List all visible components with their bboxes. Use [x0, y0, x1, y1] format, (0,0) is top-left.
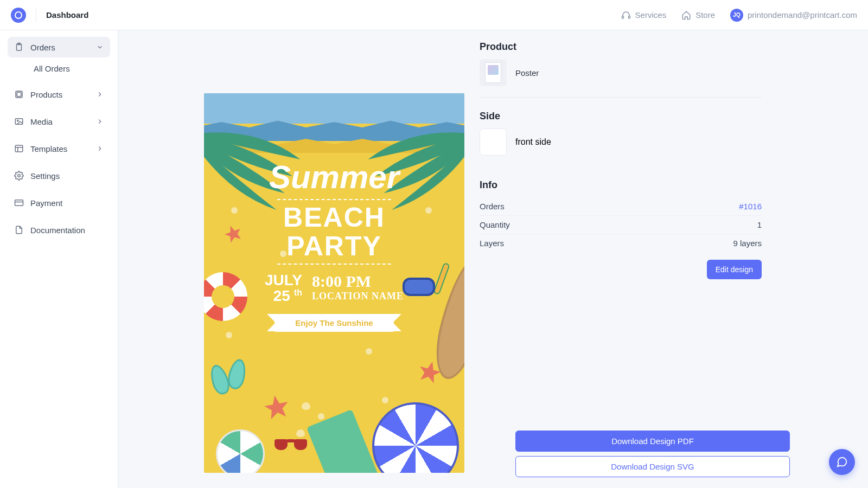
side-thumb [480, 129, 507, 156]
svg-point-7 [17, 120, 18, 121]
chat-button[interactable] [829, 449, 855, 475]
poster-beach: BEACH [204, 203, 464, 232]
sidebar-settings-label: Settings [30, 171, 60, 181]
chevron-down-icon [96, 43, 104, 51]
side-row[interactable]: front side [480, 129, 762, 166]
product-thumb [480, 59, 507, 86]
poster-day: 25 [273, 287, 290, 304]
card-icon [14, 198, 24, 208]
product-row[interactable]: Poster [480, 59, 762, 98]
sidebar: Orders All Orders Products Media Templat… [0, 30, 118, 488]
chevron-right-icon [96, 118, 104, 125]
sidebar-templates-label: Templates [30, 144, 67, 153]
info-orders-link[interactable]: #1016 [739, 202, 762, 211]
sidebar-payment-label: Payment [30, 198, 62, 208]
info-title: Info [480, 179, 762, 191]
sidebar-item-templates[interactable]: Templates [8, 138, 110, 159]
brand: Dashboard [11, 8, 88, 23]
poster-ribbon: Enjoy The Sunshine [275, 314, 394, 332]
sidebar-item-media[interactable]: Media [8, 111, 110, 132]
sidebar-documentation-label: Documentation [30, 226, 85, 235]
sidebar-item-documentation[interactable]: Documentation [8, 220, 110, 240]
svg-rect-6 [15, 119, 23, 125]
main: Summer BEACH PARTY JULY 25 th 8:00 PM [118, 30, 868, 488]
chat-icon [836, 456, 848, 468]
prop-umbrella [372, 402, 459, 473]
svg-rect-8 [15, 145, 23, 152]
info-quantity-label: Quantity [480, 220, 510, 229]
product-title: Product [480, 41, 762, 53]
clipboard-icon [14, 42, 24, 52]
svg-marker-15 [417, 359, 443, 384]
info-orders-row: Orders #1016 [480, 197, 762, 216]
home-icon [681, 10, 691, 20]
svg-rect-1 [628, 16, 630, 18]
info-quantity-value: 1 [757, 220, 762, 229]
sidebar-media-label: Media [30, 117, 53, 126]
info-layers-label: Layers [480, 239, 504, 248]
detail-panel: Product Poster Side front side Info Orde… [480, 40, 762, 478]
prop-towel [307, 409, 378, 473]
sidebar-products-label: Products [30, 90, 62, 99]
poster-time: 8:00 PM [312, 272, 404, 291]
prop-snorkel [403, 272, 441, 299]
chevron-right-icon [96, 91, 104, 98]
edit-design-button[interactable]: Edit design [707, 260, 762, 279]
gear-icon [14, 171, 24, 181]
download-svg-button[interactable]: Download Design SVG [515, 456, 790, 477]
sidebar-item-payment[interactable]: Payment [8, 192, 110, 213]
poster-suffix: th [294, 288, 302, 297]
svg-rect-12 [15, 200, 23, 206]
file-icon [14, 225, 24, 235]
store-label: Store [695, 10, 715, 20]
info-quantity-row: Quantity 1 [480, 216, 762, 234]
sidebar-orders-label: Orders [30, 43, 55, 52]
side-name: front side [515, 137, 551, 147]
avatar: JQ [730, 9, 743, 22]
download-pdf-button[interactable]: Download Design PDF [515, 431, 790, 452]
info-orders-label: Orders [480, 202, 505, 211]
image-icon [14, 117, 24, 126]
user-badge[interactable]: JQ printondemand@printcart.com [730, 9, 857, 22]
sidebar-item-settings[interactable]: Settings [8, 165, 110, 186]
svg-rect-0 [622, 16, 623, 18]
topbar-right: Services Store JQ printondemand@printcar… [621, 9, 857, 22]
download-buttons: Download Design PDF Download Design SVG [515, 431, 790, 477]
store-link[interactable]: Store [681, 10, 715, 20]
app-title: Dashboard [46, 10, 88, 20]
poster-line1: Summer [204, 158, 464, 196]
topbar: Dashboard Services Store JQ printondeman… [0, 0, 868, 30]
prop-sunglasses [275, 437, 307, 451]
divider [36, 8, 36, 23]
prop-starfish [261, 392, 292, 422]
info-layers-row: Layers 9 layers [480, 234, 762, 252]
chevron-right-icon [96, 145, 104, 152]
side-title: Side [480, 111, 762, 122]
prop-beachball [216, 429, 265, 473]
sidebar-item-products[interactable]: Products [8, 84, 110, 105]
info-layers-value: 9 layers [733, 239, 762, 248]
sidebar-item-orders[interactable]: Orders [8, 37, 110, 57]
product-name: Poster [515, 68, 539, 78]
package-icon [14, 89, 24, 99]
design-preview: Summer BEACH PARTY JULY 25 th 8:00 PM [128, 40, 464, 478]
services-label: Services [635, 10, 667, 20]
user-email: printondemand@printcart.com [748, 10, 857, 20]
svg-rect-5 [17, 92, 21, 97]
poster-month: JULY [265, 272, 302, 288]
layout-icon [14, 144, 24, 153]
poster-canvas: Summer BEACH PARTY JULY 25 th 8:00 PM [204, 93, 464, 473]
services-link[interactable]: Services [621, 10, 667, 20]
svg-marker-16 [263, 394, 291, 420]
svg-point-11 [18, 175, 21, 177]
sidebar-item-all-orders[interactable]: All Orders [8, 57, 110, 78]
poster-location: LOCATION NAME [312, 291, 404, 302]
headset-icon [621, 10, 631, 20]
prop-flipflops [212, 359, 255, 402]
logo-icon [11, 8, 26, 23]
